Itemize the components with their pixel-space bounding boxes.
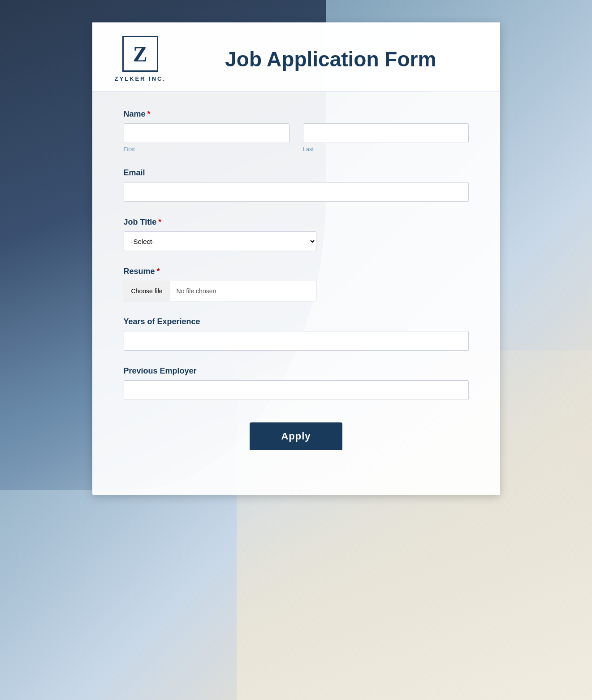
- logo-box: Z: [122, 36, 158, 72]
- first-label: First: [124, 146, 290, 152]
- job-title-select[interactable]: -Select- Software Engineer Product Manag…: [124, 231, 316, 251]
- email-label: Email: [124, 168, 469, 178]
- experience-field-group: Years of Experience: [124, 317, 469, 351]
- form-body: Name* First Last Email Job Title*: [92, 91, 500, 468]
- form-container: Z ZYLKER INC. Job Application Form Name*…: [92, 22, 500, 495]
- last-name-input[interactable]: [303, 123, 469, 143]
- resume-field-group: Resume* Choose file No file chosen: [124, 267, 469, 301]
- logo-area: Z ZYLKER INC.: [115, 36, 166, 82]
- choose-file-button[interactable]: Choose file: [124, 281, 170, 301]
- submit-area: Apply: [124, 422, 469, 450]
- form-header: Z ZYLKER INC. Job Application Form: [92, 22, 500, 91]
- no-file-text: No file chosen: [170, 287, 223, 295]
- resume-label: Resume*: [124, 267, 469, 276]
- employer-label: Previous Employer: [124, 366, 469, 376]
- employer-field-group: Previous Employer: [124, 366, 469, 400]
- file-input-wrapper: Choose file No file chosen: [124, 281, 316, 301]
- name-label: Name*: [124, 109, 469, 119]
- first-name-input[interactable]: [124, 123, 290, 143]
- job-title-label: Job Title*: [124, 217, 469, 227]
- first-name-field: First: [124, 123, 290, 152]
- employer-input[interactable]: [124, 380, 469, 400]
- apply-button[interactable]: Apply: [250, 422, 342, 450]
- last-name-field: Last: [303, 123, 469, 152]
- email-field-group: Email: [124, 168, 469, 202]
- experience-input[interactable]: [124, 331, 469, 351]
- job-title-required-star: *: [158, 217, 161, 226]
- last-label: Last: [303, 146, 469, 152]
- logo-letter: Z: [133, 42, 147, 66]
- job-title-field-group: Job Title* -Select- Software Engineer Pr…: [124, 217, 469, 251]
- page-title: Job Application Form: [184, 47, 477, 71]
- name-row: First Last: [124, 123, 469, 152]
- email-input[interactable]: [124, 182, 469, 202]
- experience-label: Years of Experience: [124, 317, 469, 326]
- resume-required-star: *: [157, 267, 160, 276]
- logo-name: ZYLKER INC.: [115, 75, 166, 82]
- name-field-group: Name* First Last: [124, 109, 469, 152]
- name-required-star: *: [147, 109, 151, 118]
